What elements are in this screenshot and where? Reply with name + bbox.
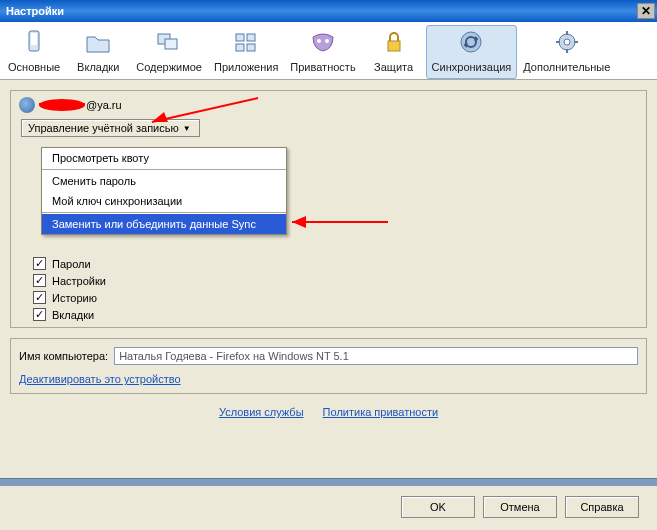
device-panel: Имя компьютера: Деактивировать это устро… xyxy=(10,338,647,394)
help-button[interactable]: Справка xyxy=(565,496,639,518)
tab-label: Приложения xyxy=(214,61,278,73)
checkbox-icon: ✓ xyxy=(33,257,46,270)
titlebar: Настройки ✕ xyxy=(0,0,657,22)
check-label: Пароли xyxy=(52,258,91,270)
cancel-button[interactable]: Отмена xyxy=(483,496,557,518)
svg-rect-10 xyxy=(388,41,400,51)
account-manage-label: Управление учётной записью xyxy=(28,122,179,134)
tab-tabs[interactable]: Вкладки xyxy=(66,25,130,79)
tab-label: Дополнительные xyxy=(523,61,610,73)
tab-label: Содержимое xyxy=(136,61,202,73)
menu-sync-key[interactable]: Мой ключ синхронизации xyxy=(42,191,286,211)
mask-icon xyxy=(309,29,337,55)
account-manage-button[interactable]: Управление учётной записью ▼ xyxy=(21,119,200,137)
sync-panel: @ya.ru Управление учётной записью ▼ Прос… xyxy=(10,90,647,328)
checkbox-icon: ✓ xyxy=(33,291,46,304)
menu-replace-merge-sync[interactable]: Заменить или объединить данные Sync xyxy=(42,214,286,234)
tab-label: Защита xyxy=(374,61,413,73)
tab-advanced[interactable]: Дополнительные xyxy=(517,25,616,79)
tab-label: Синхронизация xyxy=(432,61,512,73)
phone-icon xyxy=(20,29,48,55)
dialog-buttons: OK Отмена Справка xyxy=(401,496,639,518)
account-dropdown: Просмотреть квоту Сменить пароль Мой клю… xyxy=(41,147,287,235)
svg-rect-3 xyxy=(165,39,177,49)
menu-separator xyxy=(42,169,286,170)
tab-privacy[interactable]: Приватность xyxy=(284,25,361,79)
windows-icon xyxy=(155,29,183,55)
tab-security[interactable]: Защита xyxy=(362,25,426,79)
footer-links: Условия службы Политика приватности xyxy=(10,406,647,418)
menu-change-password[interactable]: Сменить пароль xyxy=(42,171,286,191)
tab-content[interactable]: Содержимое xyxy=(130,25,208,79)
computer-name-label: Имя компьютера: xyxy=(19,350,108,362)
check-label: Историю xyxy=(52,292,97,304)
check-settings[interactable]: ✓ Настройки xyxy=(33,274,638,287)
svg-rect-1 xyxy=(31,33,37,45)
menu-separator xyxy=(42,212,286,213)
lock-icon xyxy=(380,29,408,55)
tab-applications[interactable]: Приложения xyxy=(208,25,284,79)
tab-label: Основные xyxy=(8,61,60,73)
close-button[interactable]: ✕ xyxy=(637,3,655,19)
check-label: Вкладки xyxy=(52,309,94,321)
svg-rect-5 xyxy=(247,34,255,41)
chevron-down-icon: ▼ xyxy=(183,124,191,133)
gear-icon xyxy=(553,29,581,55)
user-row: @ya.ru xyxy=(19,97,638,113)
tab-general[interactable]: Основные xyxy=(2,25,66,79)
tab-sync[interactable]: Синхронизация xyxy=(426,25,518,79)
deactivate-device-link[interactable]: Деактивировать это устройство xyxy=(19,373,181,385)
user-domain: @ya.ru xyxy=(86,99,122,111)
checkbox-icon: ✓ xyxy=(33,274,46,287)
svg-rect-4 xyxy=(236,34,244,41)
svg-rect-7 xyxy=(247,44,255,51)
svg-point-8 xyxy=(317,39,321,43)
checkbox-icon: ✓ xyxy=(33,308,46,321)
tab-label: Вкладки xyxy=(77,61,119,73)
privacy-link[interactable]: Политика приватности xyxy=(323,406,438,418)
ok-button[interactable]: OK xyxy=(401,496,475,518)
check-tabs[interactable]: ✓ Вкладки xyxy=(33,308,638,321)
folder-icon xyxy=(84,29,112,55)
sync-options: ✓ Пароли ✓ Настройки ✓ Историю ✓ Вкладки xyxy=(19,257,638,321)
window-title: Настройки xyxy=(6,5,637,17)
svg-point-9 xyxy=(325,39,329,43)
svg-rect-6 xyxy=(236,44,244,51)
computer-name-input[interactable] xyxy=(114,347,638,365)
menu-view-quota[interactable]: Просмотреть квоту xyxy=(42,148,286,168)
redacted-username xyxy=(39,99,85,111)
check-label: Настройки xyxy=(52,275,106,287)
svg-point-11 xyxy=(461,32,481,52)
toolbar: Основные Вкладки Содержимое Приложения П… xyxy=(0,22,657,80)
user-icon xyxy=(19,97,35,113)
check-passwords[interactable]: ✓ Пароли xyxy=(33,257,638,270)
check-history[interactable]: ✓ Историю xyxy=(33,291,638,304)
svg-point-13 xyxy=(564,39,570,45)
sync-icon xyxy=(457,29,485,55)
grid-icon xyxy=(232,29,260,55)
tab-label: Приватность xyxy=(290,61,355,73)
terms-link[interactable]: Условия службы xyxy=(219,406,304,418)
divider xyxy=(0,478,657,486)
